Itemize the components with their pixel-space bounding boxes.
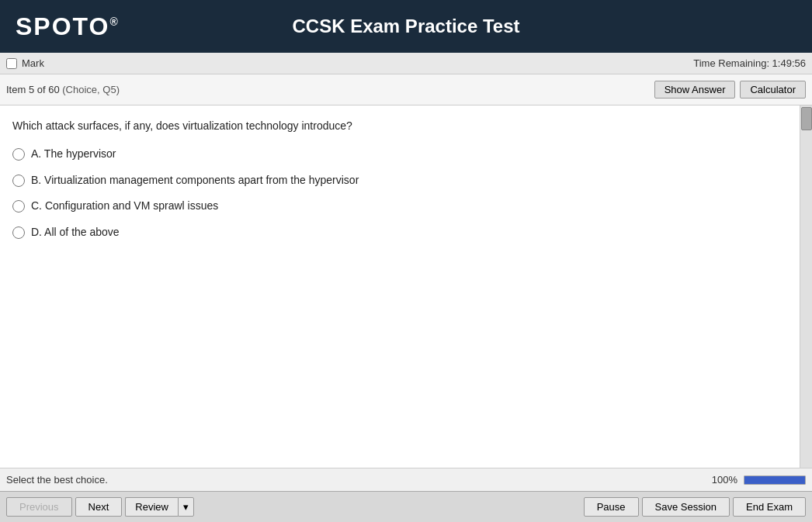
option-radio-0[interactable] xyxy=(12,148,25,161)
progress-bar-fill xyxy=(744,476,805,484)
end-exam-button[interactable]: End Exam xyxy=(733,497,806,517)
item-info: Item 5 of 60 (Choice, Q5) xyxy=(6,84,120,95)
calculator-button[interactable]: Calculator xyxy=(740,81,806,99)
scrollbar-track[interactable] xyxy=(800,105,812,468)
options-list: A. The hypervisorB. Virtualization manag… xyxy=(12,147,787,240)
option-row-3[interactable]: D. All of the above xyxy=(12,225,787,240)
nav-left: Previous Next Review ▾ xyxy=(6,497,194,517)
header: SPOTO® CCSK Exam Practice Test xyxy=(0,0,812,53)
save-session-button[interactable]: Save Session xyxy=(642,497,730,517)
review-button[interactable]: Review xyxy=(125,497,178,517)
option-row-0[interactable]: A. The hypervisor xyxy=(12,147,787,162)
status-bar: Select the best choice. 100% xyxy=(0,468,812,491)
item-bar: Item 5 of 60 (Choice, Q5) Show Answer Ca… xyxy=(0,74,812,105)
mark-bar: Mark Time Remaining: 1:49:56 xyxy=(0,53,812,74)
review-btn-wrapper: Review ▾ xyxy=(125,497,194,517)
option-label-2: C. Configuration and VM sprawl issues xyxy=(31,199,218,214)
show-answer-button[interactable]: Show Answer xyxy=(654,81,736,99)
question-text: Which attack surfaces, if any, does virt… xyxy=(12,118,787,134)
nav-right: Pause Save Session End Exam xyxy=(584,497,806,517)
main-content-wrapper: Which attack surfaces, if any, does virt… xyxy=(0,105,812,468)
progress-percent: 100% xyxy=(712,474,737,486)
next-button[interactable]: Next xyxy=(75,497,123,517)
scrollbar-thumb[interactable] xyxy=(801,107,812,130)
status-text: Select the best choice. xyxy=(6,474,108,486)
pause-button[interactable]: Pause xyxy=(584,497,639,517)
option-row-1[interactable]: B. Virtualization management components … xyxy=(12,173,787,188)
option-radio-2[interactable] xyxy=(12,200,25,213)
item-buttons: Show Answer Calculator xyxy=(654,81,806,99)
mark-left: Mark xyxy=(6,57,44,69)
review-dropdown-button[interactable]: ▾ xyxy=(178,497,194,517)
option-label-1: B. Virtualization management components … xyxy=(31,173,359,188)
time-remaining: Time Remaining: 1:49:56 xyxy=(693,57,806,69)
logo: SPOTO® xyxy=(16,12,120,41)
option-radio-1[interactable] xyxy=(12,175,25,187)
previous-button[interactable]: Previous xyxy=(6,497,72,517)
bottom-nav: Previous Next Review ▾ Pause Save Sessio… xyxy=(0,491,812,522)
option-row-2[interactable]: C. Configuration and VM sprawl issues xyxy=(12,199,787,214)
option-label-0: A. The hypervisor xyxy=(31,147,116,162)
mark-label[interactable]: Mark xyxy=(22,57,44,69)
option-radio-3[interactable] xyxy=(12,226,25,239)
option-label-3: D. All of the above xyxy=(31,225,120,240)
progress-bar-bg xyxy=(744,475,806,485)
main-content: Which attack surfaces, if any, does virt… xyxy=(0,105,800,468)
mark-checkbox[interactable] xyxy=(6,58,17,69)
progress-area: 100% xyxy=(712,474,806,486)
exam-title: CCSK Exam Practice Test xyxy=(292,16,519,37)
